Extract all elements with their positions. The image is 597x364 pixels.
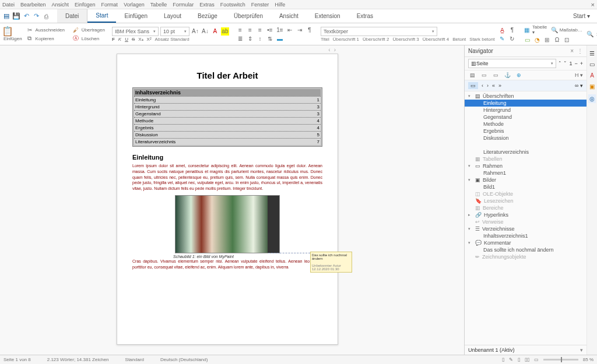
tab-file[interactable]: Datei [57,9,87,23]
tree-item[interactable]: Bild1 [465,183,587,190]
menu-vorlagen[interactable]: Vorlagen [124,2,145,8]
style-h2[interactable]: Überschrift 2 [363,37,389,42]
status-style[interactable]: Standard [125,357,144,362]
tree-item[interactable]: Literaturverzeichnis [465,149,587,156]
tree-hyperlinks[interactable]: Hyperlinks [484,212,508,218]
ruler-icon[interactable]: 🔍 [550,26,558,34]
shrink-font-icon[interactable]: A↓ [201,27,209,36]
indent-icon[interactable]: ⇥ [296,26,304,34]
italic-button[interactable]: K [118,37,121,42]
menu-einfuegen[interactable]: Einfügen [75,2,96,8]
tab-einfuegen[interactable]: Einfügen [116,9,155,23]
edit-style-icon[interactable]: ✎ [498,34,506,43]
print-icon[interactable]: ⎙ [42,12,50,20]
tree-tables[interactable]: Tabellen [483,156,503,162]
number-list-icon[interactable]: 1≡ [276,26,284,34]
pilcrow-icon[interactable]: ¶ [305,26,314,34]
embedded-image[interactable] [175,195,280,253]
style-h3[interactable]: Überschrift 3 [392,37,419,42]
window-close-icon[interactable]: × [591,1,595,8]
update-style-icon[interactable]: ↻ [508,34,516,43]
nav-doc-combo[interactable]: Unbenannt 1 (Aktiv) [468,347,515,353]
view-multi-icon[interactable]: ▯▯ [525,357,529,362]
tree-item[interactable]: Das sollte ich nochmal ändern [465,246,587,253]
menu-tabelle[interactable]: Tabelle [150,2,167,8]
tree-sections[interactable]: Bereiche [483,205,504,211]
tab-ansicht[interactable]: Ansicht [271,9,307,23]
nav-minus-icon[interactable]: − [574,61,577,66]
tab-start[interactable]: Start [87,9,116,23]
paste-icon[interactable]: 📋 [3,27,12,36]
font-combo[interactable]: IBM Plex Sans▾ [112,27,159,36]
tree-indexes[interactable]: Verzeichnisse [482,226,515,232]
superscript-button[interactable]: X² [147,37,152,42]
style-h4[interactable]: Überschrift 4 [423,37,449,42]
nav-master-icon[interactable]: ▤ [468,72,476,78]
save-icon[interactable]: 💾 [12,12,20,20]
tree-item[interactable]: Gegenstand [465,114,587,121]
para-format-icon[interactable]: ¶ [508,26,516,34]
redo-icon[interactable]: ↷ [32,12,40,20]
rail-gallery-icon[interactable]: ▣ [589,83,595,90]
menu-formular[interactable]: Formular [173,2,194,8]
status-page[interactable]: Seite 1 von 8 [3,357,31,362]
tree-item[interactable]: Diskussion [465,135,587,142]
rail-properties-icon[interactable]: ☰ [589,50,595,56]
font-color-icon[interactable]: A [211,27,219,36]
bullet-list-icon[interactable]: •≡ [266,26,274,34]
view-single-icon[interactable]: ▯ [518,357,520,362]
tree-item[interactable]: Inhaltsverzeichnis1 [465,232,587,239]
view-book-icon[interactable]: ▭ [534,357,539,362]
menu-ansicht[interactable]: Ansicht [52,2,69,8]
navigator-close-icon[interactable]: × [570,48,574,54]
status-insert-mode[interactable]: ▯ [502,357,504,362]
tree-images[interactable]: Bilder [483,177,496,183]
para-style-combo[interactable]: Textkörper▾ [321,27,437,36]
style-betont[interactable]: Betont [452,37,466,42]
document-area[interactable]: ‹› Titel der Arbeit Inhaltsverzeichnis E… [0,45,464,355]
start-dropdown[interactable]: Start ▾ [566,13,597,19]
align-justify-icon[interactable]: ≣ [236,34,244,43]
para-spacing-icon[interactable]: ↕ [256,34,264,43]
outdent-icon[interactable]: ⇤ [286,26,294,34]
highlight-icon[interactable]: ab [221,27,229,36]
nav-next-icon[interactable]: › [487,83,489,89]
nav-header-icon[interactable]: ▭ [480,72,488,78]
nav-dragmode-icon[interactable]: ∞ ▾ [575,83,583,89]
nav-prev-icon[interactable]: ‹ [482,83,483,89]
style-titel[interactable]: Titel [321,37,329,42]
search-icon[interactable]: 🔍 [586,30,594,38]
bg-color-icon[interactable]: ▬ [276,34,284,43]
ruler-label[interactable]: Maßstab… [560,27,582,33]
bold-button[interactable]: F [112,37,115,42]
char-format-icon[interactable]: A̲ [498,26,506,34]
tree-item[interactable]: Hintergrund [465,107,587,114]
subscript-button[interactable]: X₂ [138,37,143,42]
tab-extras[interactable]: Extras [349,9,381,23]
zoom-slider[interactable] [543,359,578,361]
tab-bezuege[interactable]: Bezüge [189,9,226,23]
clear-format-icon[interactable]: Ⓐ [72,34,80,43]
tree-item[interactable]: Ergebnis [465,128,587,135]
nav-up-icon[interactable]: ˄ [559,61,561,66]
field-icon[interactable]: ⊡ [563,36,571,44]
format-brush-icon[interactable]: 🖌 [72,26,80,34]
tree-headings[interactable]: Überschriften [483,93,514,99]
status-sig-icon[interactable]: ✎ [509,357,513,362]
align-right-icon[interactable]: ≡ [256,26,264,34]
page-next-icon[interactable]: › [334,47,336,53]
nav-demote-icon[interactable]: » [498,83,501,89]
style-stark[interactable]: Stark betont [469,37,494,42]
tree-item[interactable]: Rahmen1 [465,169,587,176]
tree-comments[interactable]: Kommentar [484,240,511,246]
tree-item[interactable]: Methode [465,121,587,128]
tab-layout[interactable]: Layout [156,9,189,23]
menu-bearbeiten[interactable]: Bearbeiten [20,2,46,8]
nav-footer-icon[interactable]: ▭ [491,72,500,78]
line-spacing-icon[interactable]: ⇕ [246,34,254,43]
zoom-value[interactable]: 85 % [583,357,594,362]
status-words[interactable]: 2.123 Wörter; 14.381 Zeichen [47,357,109,362]
menu-format[interactable]: Format [101,2,118,8]
page-prev-icon[interactable]: ‹ [328,47,330,53]
align-left-icon[interactable]: ≡ [236,26,244,34]
